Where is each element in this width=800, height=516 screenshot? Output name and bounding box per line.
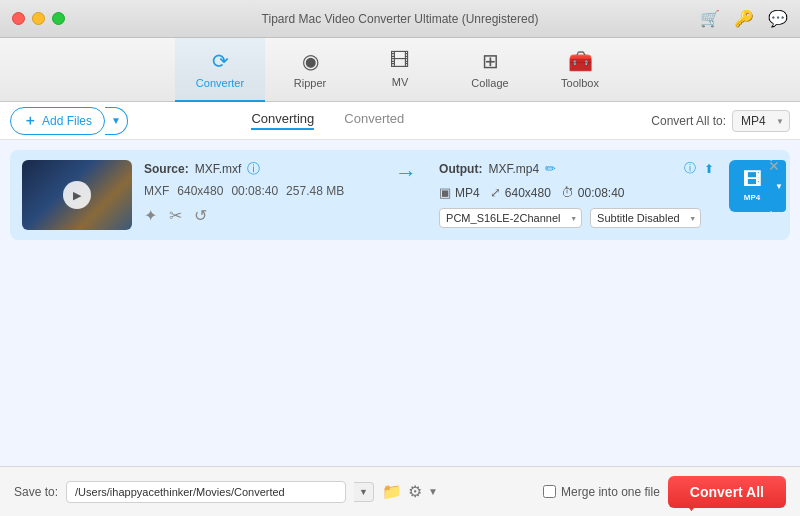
file-size: 257.48 MB — [286, 184, 344, 198]
output-duration-prop: ⏱ 00:08:40 — [561, 185, 625, 200]
output-selects: PCM_S16LE-2Channel AAC MP3 Subtitle Disa… — [439, 208, 714, 228]
add-files-label: Add Files — [42, 114, 92, 128]
format-prop-icon: ▣ — [439, 185, 451, 200]
resolution-prop-icon: ⤢ — [490, 185, 501, 200]
output-row-right: ⓘ ⬆ — [684, 160, 714, 177]
effect-action-icon[interactable]: ↺ — [194, 206, 207, 225]
nav-item-converter[interactable]: ⟳ Converter — [175, 38, 265, 102]
output-format-prop: ▣ MP4 — [439, 185, 480, 200]
nav-label-converter: Converter — [196, 77, 244, 89]
subtitle-select[interactable]: Subtitle Disabled None English — [590, 208, 701, 228]
nav-label-ripper: Ripper — [294, 77, 326, 89]
cart-icon[interactable]: 🛒 — [700, 9, 720, 28]
output-row: Output: MXF.mp4 ✏ ⓘ ⬆ — [439, 160, 714, 177]
maximize-button[interactable] — [52, 12, 65, 25]
mv-icon: 🎞 — [390, 49, 410, 72]
convert-all-section: ↓ Convert All — [668, 476, 786, 508]
add-files-button[interactable]: ＋ Add Files — [10, 107, 105, 135]
merge-check: Merge into one file — [543, 485, 660, 499]
play-button[interactable]: ▶ — [63, 181, 91, 209]
nav-item-toolbox[interactable]: 🧰 Toolbox — [535, 38, 625, 102]
nav-item-collage[interactable]: ⊞ Collage — [445, 38, 535, 102]
nav-label-toolbox: Toolbox — [561, 77, 599, 89]
convert-arrow-icon: → — [395, 160, 417, 186]
settings-action-icon[interactable]: ✦ — [144, 206, 157, 225]
nav-label-mv: MV — [392, 76, 409, 88]
convert-all-to-section: Convert All to: MP4 MKV AVI MOV — [651, 110, 790, 132]
save-path-input[interactable] — [66, 481, 346, 503]
output-label: Output: — [439, 162, 482, 176]
convert-all-to-label: Convert All to: — [651, 114, 726, 128]
cut-action-icon[interactable]: ✂ — [169, 206, 182, 225]
output-info-icon[interactable]: ⓘ — [684, 160, 696, 177]
file-format: MXF — [144, 184, 169, 198]
output-section: Output: MXF.mp4 ✏ ⓘ ⬆ ▣ MP4 ⤢ 640x480 — [439, 160, 714, 228]
ripper-icon: ◉ — [302, 49, 319, 73]
plus-icon: ＋ — [23, 112, 37, 130]
message-icon[interactable]: 💬 — [768, 9, 788, 28]
key-icon[interactable]: 🔑 — [734, 9, 754, 28]
nav-item-ripper[interactable]: ◉ Ripper — [265, 38, 355, 102]
nav-item-mv[interactable]: 🎞 MV — [355, 38, 445, 102]
file-actions: ✦ ✂ ↺ — [144, 206, 373, 225]
traffic-lights — [12, 12, 65, 25]
convert-all-button[interactable]: Convert All — [668, 476, 786, 508]
badge-label: MP4 — [744, 193, 760, 202]
minimize-button[interactable] — [32, 12, 45, 25]
duration-prop-icon: ⏱ — [561, 185, 574, 200]
add-files-dropdown-button[interactable]: ▼ — [105, 107, 128, 135]
converter-icon: ⟳ — [212, 49, 229, 73]
subtitle-select-wrap: Subtitle Disabled None English — [590, 208, 701, 228]
gear-small-icon[interactable]: ⚙ — [408, 482, 422, 501]
source-filename: MXF.mxf — [195, 162, 242, 176]
output-props: ▣ MP4 ⤢ 640x480 ⏱ 00:08:40 — [439, 185, 714, 200]
file-info: Source: MXF.mxf ⓘ MXF 640x480 00:08:40 2… — [144, 160, 373, 225]
bottom-icons: 📁 ⚙ ▼ — [382, 482, 438, 501]
info-icon[interactable]: ⓘ — [247, 160, 260, 178]
folder-icon[interactable]: 📁 — [382, 482, 402, 501]
tab-converted[interactable]: Converted — [344, 111, 404, 130]
file-resolution: 640x480 — [177, 184, 223, 198]
file-duration: 00:08:40 — [231, 184, 278, 198]
window-title: Tipard Mac Video Converter Ultimate (Unr… — [262, 12, 539, 26]
close-button[interactable] — [12, 12, 25, 25]
toolbox-icon: 🧰 — [568, 49, 593, 73]
merge-checkbox[interactable] — [543, 485, 556, 498]
video-thumbnail[interactable]: ▶ — [22, 160, 132, 230]
badge-film-icon: 🎞 — [743, 170, 761, 191]
save-path-dropdown-button[interactable]: ▼ — [354, 482, 374, 502]
merge-label: Merge into one file — [561, 485, 660, 499]
collage-icon: ⊞ — [482, 49, 499, 73]
dropdown-small-icon[interactable]: ▼ — [428, 486, 438, 497]
main-content: ▶ Source: MXF.mxf ⓘ MXF 640x480 00:08:40… — [0, 140, 800, 466]
nav-label-collage: Collage — [471, 77, 508, 89]
title-bar: Tipard Mac Video Converter Ultimate (Unr… — [0, 0, 800, 38]
audio-select-wrap: PCM_S16LE-2Channel AAC MP3 — [439, 208, 582, 228]
edit-icon[interactable]: ✏ — [545, 161, 556, 176]
file-close-button[interactable]: ✕ — [768, 158, 780, 174]
nav-bar: ⟳ Converter ◉ Ripper 🎞 MV ⊞ Collage 🧰 To… — [0, 38, 800, 102]
output-format-value: MP4 — [455, 186, 480, 200]
bottom-bar: Save to: ▼ 📁 ⚙ ▼ Merge into one file ↓ C… — [0, 466, 800, 516]
output-duration-value: 00:08:40 — [578, 186, 625, 200]
output-settings-icon[interactable]: ⬆ — [704, 162, 714, 176]
format-select-wrap: MP4 MKV AVI MOV — [732, 110, 790, 132]
output-resolution-value: 640x480 — [505, 186, 551, 200]
format-select[interactable]: MP4 MKV AVI MOV — [732, 110, 790, 132]
toolbar-tabs: Converting Converted — [251, 111, 404, 130]
file-meta: MXF 640x480 00:08:40 257.48 MB — [144, 184, 373, 198]
source-row: Source: MXF.mxf ⓘ — [144, 160, 373, 178]
output-filename: MXF.mp4 — [488, 162, 539, 176]
title-bar-icons: 🛒 🔑 💬 — [700, 9, 788, 28]
output-resolution-prop: ⤢ 640x480 — [490, 185, 551, 200]
audio-select[interactable]: PCM_S16LE-2Channel AAC MP3 — [439, 208, 582, 228]
save-to-label: Save to: — [14, 485, 58, 499]
toolbar: ＋ Add Files ▼ Converting Converted Conve… — [0, 102, 800, 140]
arrow-section: → — [385, 160, 427, 186]
source-label: Source: — [144, 162, 189, 176]
tab-converting[interactable]: Converting — [251, 111, 314, 130]
file-card: ▶ Source: MXF.mxf ⓘ MXF 640x480 00:08:40… — [10, 150, 790, 240]
